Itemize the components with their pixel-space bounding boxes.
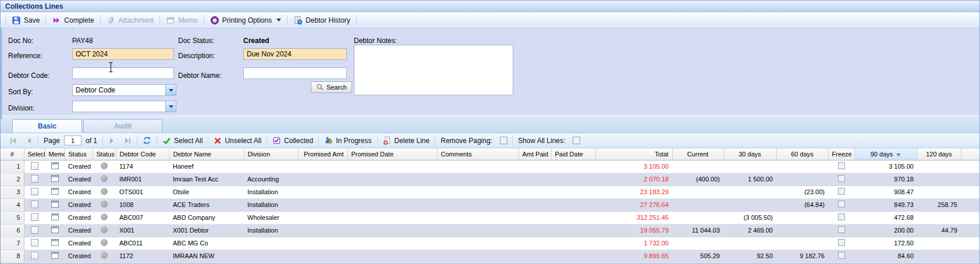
sort-by-select[interactable]: Debtor Code: [72, 84, 176, 96]
search-button[interactable]: Search: [311, 81, 352, 93]
chevron-down-icon[interactable]: [165, 101, 176, 112]
cell-total: 19 055.79: [595, 224, 672, 237]
freeze-checkbox[interactable]: [838, 239, 845, 246]
freeze-checkbox[interactable]: [838, 213, 845, 220]
cell-debtor_name: ABD Company: [169, 211, 244, 224]
row-select-checkbox[interactable]: [31, 239, 38, 247]
col-header-paid_date[interactable]: Paid Date: [551, 148, 595, 160]
page-label: Page: [40, 137, 64, 145]
printing-options-button[interactable]: Printing Options: [205, 14, 286, 27]
tab-basic[interactable]: Basic: [12, 119, 82, 133]
debtor-notes-textarea[interactable]: [354, 45, 513, 95]
freeze-checkbox[interactable]: [838, 226, 845, 233]
col-header-status2[interactable]: Status: [93, 148, 116, 160]
description-input[interactable]: [243, 48, 347, 60]
check-icon: [162, 137, 171, 145]
row-select-checkbox[interactable]: [31, 175, 38, 183]
cell-d90: 84.60: [854, 249, 917, 262]
refresh-button[interactable]: [139, 136, 155, 145]
col-header-filler[interactable]: [961, 148, 979, 160]
col-header-promised_amt[interactable]: Promised Amt: [298, 148, 347, 160]
col-header-select[interactable]: Select: [24, 148, 45, 160]
in-progress-button[interactable]: In Progress: [320, 136, 375, 145]
debtor-code-input[interactable]: [72, 67, 174, 79]
row-memo-icon[interactable]: [51, 239, 59, 246]
freeze-checkbox[interactable]: [838, 162, 845, 169]
debtor-name-input[interactable]: [243, 67, 347, 79]
table-row[interactable]: 4Created1008ACE TradersInstallation27 27…: [1, 198, 979, 211]
table-row[interactable]: 1Created1174Haneef3 105.003 105.00: [1, 160, 979, 173]
cell-current: [672, 237, 723, 249]
save-button[interactable]: Save: [7, 14, 44, 27]
table-row[interactable]: 2CreatedIMR001Imraan Test AccAccounting2…: [1, 173, 979, 185]
cell-current: 505.29: [672, 249, 723, 262]
row-select-checkbox[interactable]: [31, 188, 38, 195]
show-all-lines-checkbox[interactable]: [573, 137, 580, 144]
table-row[interactable]: 5CreatedABC007ABD CompanyWholesaler312 2…: [1, 211, 979, 224]
reference-input[interactable]: [72, 48, 174, 60]
freeze-checkbox[interactable]: [838, 175, 845, 182]
table-row[interactable]: 6CreatedX001X001 DebtorInstallation19 05…: [1, 224, 979, 237]
page-number-input[interactable]: [64, 135, 81, 145]
complete-button[interactable]: Complete: [47, 14, 98, 27]
col-header-amt_paid[interactable]: Amt Paid: [519, 148, 551, 160]
row-select-checkbox[interactable]: [31, 201, 38, 208]
col-header-memo[interactable]: Memo: [45, 148, 65, 160]
col-header-d60[interactable]: 60 days: [776, 148, 828, 160]
division-select[interactable]: [72, 101, 176, 112]
collected-button[interactable]: Collected: [268, 136, 317, 145]
col-header-total[interactable]: Total: [595, 148, 672, 160]
col-header-division[interactable]: Division: [244, 148, 298, 160]
cell-division: Installation: [244, 198, 298, 211]
row-memo-icon[interactable]: [51, 252, 59, 259]
cell-amt_paid: [519, 249, 551, 262]
freeze-checkbox[interactable]: [838, 188, 845, 195]
cell-filler: [961, 173, 979, 185]
tab-audit[interactable]: Audit: [83, 119, 162, 133]
col-header-num[interactable]: #: [1, 148, 24, 160]
row-memo-icon[interactable]: [51, 175, 59, 182]
col-header-debtor_name[interactable]: Debtor Name: [169, 148, 244, 160]
row-select-checkbox[interactable]: [31, 252, 38, 259]
col-header-comments[interactable]: Comments: [437, 148, 519, 160]
table-row[interactable]: 8Created1172IMRAAN NEW9 899.65505.2992.5…: [1, 249, 979, 262]
remove-paging-checkbox[interactable]: [500, 137, 507, 144]
cell-d30: [723, 198, 776, 211]
row-memo-icon[interactable]: [51, 201, 59, 208]
cell-d90: 3 105.00: [854, 160, 917, 173]
col-header-current[interactable]: Current: [672, 148, 723, 160]
col-header-status[interactable]: Status: [65, 148, 93, 160]
col-header-d90[interactable]: 90 days: [854, 148, 917, 160]
cell-division: [244, 249, 298, 262]
cell-d120: [917, 211, 961, 224]
row-select-checkbox[interactable]: [31, 162, 38, 170]
col-header-freeze[interactable]: Freeze: [828, 148, 854, 160]
row-memo-icon[interactable]: [51, 213, 59, 220]
row-select-checkbox[interactable]: [31, 213, 38, 221]
toolbar-separator: [45, 15, 46, 26]
row-select-checkbox[interactable]: [31, 226, 38, 234]
unselect-all-button[interactable]: Unselect All: [210, 137, 265, 145]
cell-status: Created: [65, 198, 93, 211]
col-header-promised_date[interactable]: Promised Date: [347, 148, 437, 160]
doc-no-label: Doc No:: [8, 37, 33, 45]
freeze-checkbox[interactable]: [838, 201, 845, 208]
delete-line-button[interactable]: Delete Line: [379, 136, 434, 145]
col-header-d30[interactable]: 30 days: [723, 148, 776, 160]
row-memo-icon[interactable]: [51, 226, 59, 233]
cell-paid_date: [551, 198, 595, 211]
cell-comments: [437, 173, 519, 185]
row-memo-icon[interactable]: [51, 162, 59, 169]
select-all-button[interactable]: Select All: [158, 137, 207, 145]
cell-num: 3: [1, 185, 24, 198]
table-row[interactable]: 7CreatedABC011ABC MG Co1 732.00172.50: [1, 237, 979, 249]
cell-paid_date: [551, 237, 595, 249]
debtor-history-button[interactable]: Debtor History: [289, 14, 355, 27]
chevron-down-icon[interactable]: [165, 85, 176, 95]
freeze-checkbox[interactable]: [838, 252, 845, 259]
row-memo-icon[interactable]: [51, 188, 59, 195]
text-cursor: [108, 62, 113, 73]
col-header-d120[interactable]: 120 days: [917, 148, 961, 160]
table-row[interactable]: 3CreatedOTS001OtsileInstallation23 183.2…: [1, 185, 979, 198]
col-header-debtor_code[interactable]: Debtor Code: [116, 148, 169, 160]
